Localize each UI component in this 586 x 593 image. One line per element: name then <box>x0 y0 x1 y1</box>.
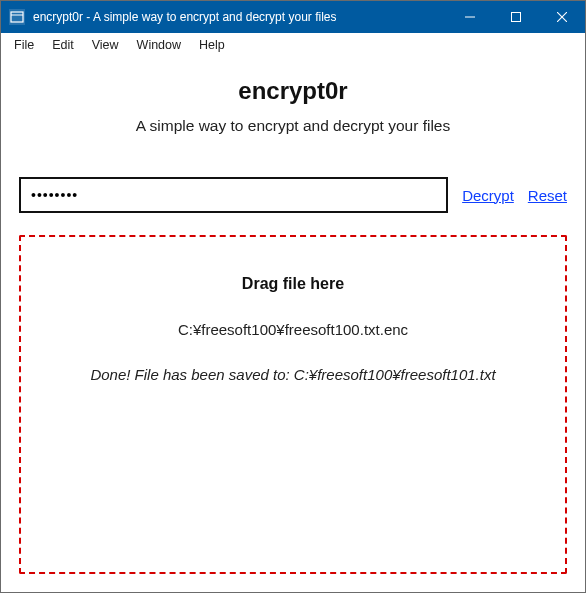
menu-edit[interactable]: Edit <box>43 36 83 54</box>
menu-help[interactable]: Help <box>190 36 234 54</box>
minimize-button[interactable] <box>447 1 493 33</box>
password-input[interactable] <box>19 177 448 213</box>
decrypt-button[interactable]: Decrypt <box>462 187 514 204</box>
window-title: encrypt0r - A simple way to encrypt and … <box>33 10 336 24</box>
file-dropzone[interactable]: Drag file here C:¥freesoft100¥freesoft10… <box>19 235 567 574</box>
menu-window[interactable]: Window <box>128 36 190 54</box>
app-heading: encrypt0r <box>19 77 567 105</box>
maximize-button[interactable] <box>493 1 539 33</box>
dropzone-status: Done! File has been saved to: C:¥freesof… <box>84 366 501 383</box>
menubar: File Edit View Window Help <box>1 33 585 57</box>
svg-rect-4 <box>512 13 521 22</box>
menu-view[interactable]: View <box>83 36 128 54</box>
titlebar: encrypt0r - A simple way to encrypt and … <box>1 1 585 33</box>
dropzone-path: C:¥freesoft100¥freesoft100.txt.enc <box>178 321 408 338</box>
client-area: encrypt0r A simple way to encrypt and de… <box>1 57 585 592</box>
app-icon <box>9 9 25 25</box>
reset-button[interactable]: Reset <box>528 187 567 204</box>
close-button[interactable] <box>539 1 585 33</box>
password-row: Decrypt Reset <box>19 177 567 213</box>
app-subheading: A simple way to encrypt and decrypt your… <box>19 117 567 135</box>
dropzone-title: Drag file here <box>242 275 344 293</box>
window-controls <box>447 1 585 33</box>
menu-file[interactable]: File <box>5 36 43 54</box>
app-window: encrypt0r - A simple way to encrypt and … <box>0 0 586 593</box>
